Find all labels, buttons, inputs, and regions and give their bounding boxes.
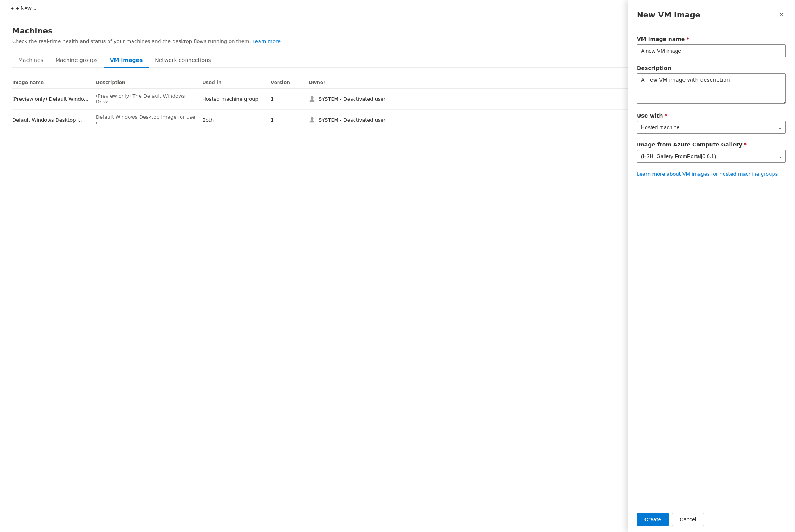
owner-text: SYSTEM - Deactivated user [319,96,386,102]
panel-footer: Create Cancel [628,507,795,532]
panel-body: VM image name * Description A new VM ima… [628,27,795,507]
new-button[interactable]: + + New ⌄ [8,4,40,13]
chevron-down-icon: ⌄ [33,6,36,11]
user-icon [309,95,316,102]
tab-vm-images[interactable]: VM images [104,53,149,68]
plus-icon: + [11,5,14,11]
vm-image-name-group: VM image name * [637,36,786,57]
cell-image-name: (Preview only) Default Windo... [12,96,96,102]
col-header-image-name: Image name [12,80,96,85]
required-star: * [686,36,689,42]
cell-used-in: Hosted machine group [202,96,271,102]
cell-version: 1 [271,117,309,123]
use-with-select-wrapper: Hosted machine Hosted machine group Both… [637,121,786,134]
cancel-button[interactable]: Cancel [672,513,705,526]
new-vm-image-panel: New VM image ✕ VM image name * Descripti… [628,0,795,532]
required-star: * [744,141,747,148]
image-gallery-group: Image from Azure Compute Gallery * (H2H_… [637,141,786,163]
create-button[interactable]: Create [637,513,669,526]
description-label: Description [637,65,786,71]
col-header-version: Version [271,80,309,85]
panel-header: New VM image ✕ [628,0,795,27]
cell-description: (Preview only) The Default Windows Desk.… [96,93,202,105]
cell-used-in: Both [202,117,271,123]
learn-more-section: Learn more about VM images for hosted ma… [637,170,786,178]
vm-image-name-label: VM image name * [637,36,786,42]
image-gallery-select-wrapper: (H2H_Gallery|FromPortal|0.0.1) ⌄ [637,150,786,163]
image-gallery-select[interactable]: (H2H_Gallery|FromPortal|0.0.1) [637,150,786,163]
vm-image-name-input[interactable] [637,44,786,57]
cell-image-name: Default Windows Desktop I... [12,117,96,123]
user-icon [309,116,316,123]
owner-text: SYSTEM - Deactivated user [319,117,386,123]
description-group: Description A new VM image with descript… [637,65,786,105]
image-gallery-label: Image from Azure Compute Gallery * [637,141,786,148]
use-with-select[interactable]: Hosted machine Hosted machine group Both [637,121,786,134]
col-header-description: Description [96,80,202,85]
tab-network-connections[interactable]: Network connections [149,53,217,68]
tab-machine-groups[interactable]: Machine groups [49,53,104,68]
cell-description: Default Windows Desktop Image for use i.… [96,114,202,125]
use-with-label: Use with * [637,113,786,119]
cell-version: 1 [271,96,309,102]
close-panel-button[interactable]: ✕ [777,9,786,21]
subtitle-text: Check the real-time health and status of… [12,38,251,44]
required-star: * [664,113,667,119]
tab-machines[interactable]: Machines [12,53,49,68]
new-label: + New [16,5,31,11]
learn-more-link[interactable]: Learn more [252,38,281,44]
col-header-used-in: Used in [202,80,271,85]
vm-images-learn-more-link[interactable]: Learn more about VM images for hosted ma… [637,171,778,177]
description-textarea[interactable]: A new VM image with description [637,73,786,104]
use-with-group: Use with * Hosted machine Hosted machine… [637,113,786,134]
panel-title: New VM image [637,10,700,19]
